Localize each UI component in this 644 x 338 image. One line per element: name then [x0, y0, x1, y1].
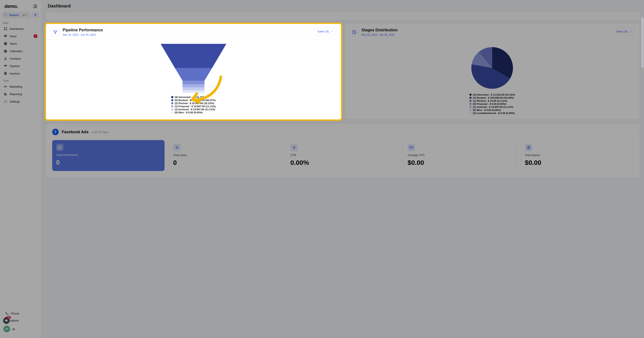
sidebar-item-reporting[interactable]: Reporting [2, 90, 40, 98]
gear-icon [4, 100, 8, 104]
legend-item: (1) Invoiced - $ 14,997.00 (11.11%) [469, 106, 515, 108]
svg-point-0 [4, 14, 6, 16]
sidebar-item-settings[interactable]: Settings [2, 98, 40, 105]
cursor-icon [290, 144, 298, 151]
sidebar-section-apps: Apps [2, 19, 40, 25]
sidebar: demo. Search ctrl K Apps Dashboard Inbox… [0, 0, 42, 338]
svg-rect-16 [182, 87, 204, 90]
click-icon [173, 144, 180, 151]
legend-item: (2) Pitched - $ 15,007.00 (22.22%) [171, 102, 216, 105]
svg-point-20 [59, 147, 60, 147]
metric-impressions[interactable]: Total impressions 0 [52, 140, 164, 171]
pipeline-filter-dropdown[interactable]: Sales (9) [314, 28, 336, 35]
bolt-icon [34, 13, 37, 17]
sidebar-item-dashboard[interactable]: Dashboard [2, 25, 40, 32]
legend-item: (6) Booked - $ 120,106.00 (66.67%) [171, 99, 216, 102]
sidebar-item-profile[interactable]: GF ile [3, 324, 38, 334]
metric-value: $0.00 [525, 159, 629, 166]
svg-point-6 [4, 42, 7, 45]
metric-ctr[interactable]: CTR 0.00% [286, 140, 399, 171]
svg-point-11 [5, 101, 6, 102]
legend-item: (0) Proposal - $ 0.00 (0.00%) [469, 102, 515, 106]
chevron-down-icon [331, 30, 333, 33]
pie-legend: (3) Interested - $ 11,610.00 (33.33%) (4… [469, 93, 515, 115]
svg-point-21 [60, 147, 61, 147]
quick-action-button[interactable] [32, 12, 39, 18]
nav-label: Inbox [10, 35, 17, 38]
svg-line-1 [6, 16, 7, 16]
svg-marker-12 [160, 44, 226, 68]
legend-item: (0) Won - $ 0.00 (0.00%) [171, 111, 216, 114]
sidebar-item-tasks[interactable]: Tasks [2, 40, 40, 47]
inbox-badge: 2 [34, 34, 38, 38]
svg-rect-3 [6, 27, 7, 28]
nav-label: ications [9, 319, 19, 322]
nav-label: Settings [10, 100, 20, 103]
nav-label: Phone [11, 312, 19, 315]
funnel-legend: (9) Interested - $ 131,716.00 (6) Booked… [171, 96, 216, 114]
svg-rect-2 [4, 27, 5, 28]
card-date-range[interactable]: Dec 24, 2022 - Jun 25, 2023 [362, 33, 610, 36]
nav-label: Tasks [10, 42, 17, 45]
chart-icon [4, 92, 8, 96]
card-title: Stages Distribution [362, 28, 610, 32]
funnel-chart [160, 44, 226, 93]
sidebar-item-pipeline[interactable]: Pipeline [2, 62, 40, 70]
facebook-ads-card: f Facebook Ads Last 30 Days Total impres… [46, 124, 640, 178]
nav-label: Pipeline [10, 64, 20, 68]
inbox-icon [4, 34, 8, 38]
sidebar-item-contacts[interactable]: Contacts [2, 55, 40, 62]
sidebar-item-marketing[interactable]: Marketing [2, 83, 40, 90]
card-date-range[interactable]: Dec 24, 2022 - Jun 25, 2023 [63, 33, 311, 36]
sidebar-section-tools: Tools [2, 77, 40, 83]
invoice-icon [4, 72, 8, 76]
dollar-icon [525, 144, 532, 151]
svg-rect-10 [4, 72, 7, 75]
legend-item: (3) Interested - $ 11,610.00 (33.33%) [469, 93, 515, 96]
svg-rect-15 [182, 84, 204, 87]
legend-item: (1) Invoiced - $ 14,997.00 (11.11%) [171, 108, 216, 111]
legend-item: (4) Booked - $ 105,099.00 (44.44%) [469, 96, 515, 99]
fb-subtitle: Last 30 Days [92, 130, 108, 134]
svg-rect-22 [410, 146, 413, 148]
check-icon [4, 42, 8, 46]
metric-clicks[interactable]: Total clicks 0 [169, 140, 282, 171]
scrollbar-thumb[interactable] [641, 18, 644, 68]
person-icon [4, 56, 8, 60]
facebook-icon: f [52, 129, 59, 135]
nav-label: Invoices [10, 72, 20, 75]
app-logo: demo. [4, 4, 18, 9]
avatar: GF [4, 326, 10, 332]
pipeline-icon [4, 64, 8, 68]
card-title: Pipeline Performance [63, 28, 311, 32]
legend-item: (1) Proposal - $ 14,997.00 (11.11%) [171, 105, 216, 108]
smile-icon [56, 144, 64, 151]
metric-value: $0.00 [408, 159, 512, 166]
pipeline-performance-card: Pipeline Performance Dec 24, 2022 - Jun … [46, 24, 341, 120]
calendar-icon [4, 49, 8, 53]
search-button[interactable]: Search ctrl K [2, 12, 30, 18]
metric-label: Total Spend [525, 154, 629, 157]
metric-value: 0 [173, 159, 278, 166]
nav-label: Contacts [10, 57, 21, 60]
nav-label: Marketing [10, 85, 22, 88]
svg-marker-13 [175, 68, 212, 81]
svg-point-19 [58, 146, 62, 149]
megaphone-icon [4, 84, 8, 88]
chevron-down-icon [629, 30, 632, 33]
legend-item: (1) Pitched - $ 10.00 (11.11%) [469, 99, 515, 102]
sidebar-item-calendars[interactable]: Calendars [2, 47, 40, 55]
menu-collapse-icon[interactable] [33, 5, 37, 8]
metric-spend[interactable]: Total Spend $0.00 [521, 140, 634, 171]
metric-cpc[interactable]: Average CPC $0.00 [404, 140, 516, 171]
metric-value: 0 [56, 159, 160, 166]
svg-rect-5 [6, 29, 7, 30]
nav-label: ile [12, 328, 15, 331]
stages-filter-dropdown[interactable]: Sales (9) [613, 28, 635, 35]
sidebar-item-notifications[interactable]: 9 14 ications [3, 317, 38, 324]
card-icon [408, 144, 415, 151]
sidebar-item-inbox[interactable]: Inbox 2 [2, 32, 40, 40]
metric-label: Total impressions [56, 153, 160, 156]
sidebar-item-invoices[interactable]: Invoices [2, 70, 40, 77]
svg-rect-17 [182, 90, 204, 93]
